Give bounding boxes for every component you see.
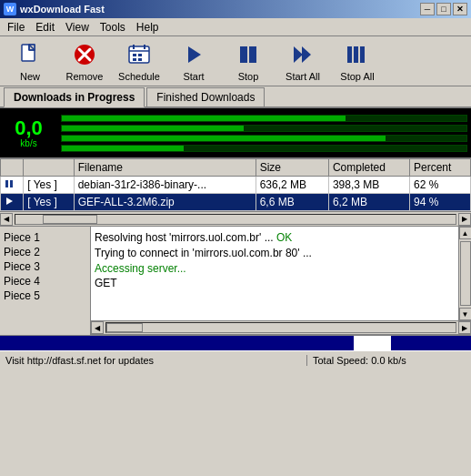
row-filename-2: GEF-ALL-3.2M6.zip [74, 194, 256, 211]
log-ok: OK [276, 231, 292, 244]
stop-all-label: Stop All [340, 71, 374, 82]
col-header-percent[interactable]: Percent [410, 159, 471, 177]
schedule-label: Schedule [118, 71, 160, 82]
vscroll-up-arrow[interactable]: ▲ [459, 227, 472, 239]
row-play-icon-2 [1, 194, 24, 211]
hscroll-left-arrow[interactable]: ◀ [0, 213, 13, 226]
progress-bar-1 [61, 115, 467, 122]
piece-item-3: Piece 3 [4, 259, 86, 274]
log-text-resolving: Resolving host 'mirrors.uol.com.br' ... [95, 231, 276, 244]
menu-file[interactable]: File [2, 19, 30, 35]
row-percent-2: 94 % [410, 194, 471, 211]
col-header-restart[interactable] [24, 159, 74, 177]
log-panel: Resolving host 'mirrors.uol.com.br' ... … [91, 227, 471, 320]
svg-rect-14 [133, 58, 136, 61]
row-completed-1: 398,3 MB [328, 177, 409, 194]
start-icon [179, 40, 208, 69]
svg-marker-26 [6, 197, 13, 205]
row-yes-2: [ Yes ] [24, 194, 74, 211]
svg-marker-19 [294, 46, 303, 63]
log-area: Resolving host 'mirrors.uol.com.br' ... … [91, 227, 471, 335]
new-label: New [20, 71, 40, 82]
vscroll-thumb[interactable] [460, 241, 471, 306]
tab-downloads-progress[interactable]: Downloads in Progress [4, 87, 145, 107]
new-button[interactable]: New [4, 38, 56, 84]
log-text-trying: Trying to connect in 'mirrors.uol.com.br… [95, 247, 312, 259]
table-row[interactable]: [ Yes ] GEF-ALL-3.2M6.zip 6,6 MB 6,2 MB … [1, 194, 471, 211]
piece-item-1: Piece 1 [4, 230, 86, 245]
table-header-row: Filename Size Completed Percent [1, 159, 471, 177]
schedule-button[interactable]: Schedule [113, 38, 165, 84]
log-line-1: Resolving host 'mirrors.uol.com.br' ... … [95, 230, 467, 246]
start-button[interactable]: Start [167, 38, 220, 84]
row-yes-1: [ Yes ] [24, 177, 74, 194]
schedule-icon [125, 40, 154, 69]
log-hscroll-left[interactable]: ◀ [91, 321, 104, 334]
row-completed-2: 6,2 MB [328, 194, 409, 211]
svg-rect-21 [347, 46, 352, 63]
status-left: Visit http://dfast.sf.net for updates [0, 355, 307, 366]
row-size-2: 6,6 MB [256, 194, 328, 211]
download-table-container: Filename Size Completed Percent [ Yes ] … [0, 158, 471, 212]
maximize-button[interactable]: □ [436, 3, 451, 15]
log-line-3: Accessing server... [95, 261, 467, 277]
svg-rect-12 [133, 54, 136, 56]
lower-panel: Piece 1 Piece 2 Piece 3 Piece 4 Piece 5 … [0, 227, 471, 336]
table-hscroll[interactable]: ◀ ▶ [0, 212, 471, 227]
menu-bar: File Edit View Tools Help [0, 18, 471, 36]
svg-rect-18 [249, 46, 256, 63]
vscroll-down-arrow[interactable]: ▼ [459, 308, 472, 320]
stop-button[interactable]: Stop [222, 38, 275, 84]
status-bar: Visit http://dfast.sf.net for updates To… [0, 350, 471, 369]
menu-edit[interactable]: Edit [30, 19, 60, 35]
window-title: wxDownload Fast [20, 4, 105, 15]
title-bar-left: W wxDownload Fast [4, 3, 105, 15]
status-right: Total Speed: 0.0 kb/s [307, 355, 471, 366]
tab-finished-downloads[interactable]: Finished Downloads [146, 87, 265, 106]
log-text-get: GET [95, 277, 117, 289]
remove-label: Remove [66, 71, 104, 82]
title-controls: ─ □ ✕ [420, 3, 467, 15]
progress-bar-4 [61, 145, 467, 152]
pieces-panel: Piece 1 Piece 2 Piece 3 Piece 4 Piece 5 [0, 227, 91, 335]
log-text-accessing: Accessing server... [95, 262, 186, 275]
minimize-button[interactable]: ─ [420, 3, 435, 15]
log-hscroll-right[interactable]: ▶ [458, 321, 471, 334]
menu-view[interactable]: View [60, 19, 95, 35]
speed-unit: kb/s [20, 138, 36, 148]
progress-bars [61, 115, 467, 152]
log-hscroll[interactable]: ◀ ▶ [91, 320, 471, 335]
progress-chunk [354, 336, 391, 350]
hscroll-right-arrow[interactable]: ▶ [458, 213, 471, 226]
hscroll-thumb[interactable] [43, 215, 97, 224]
col-header-filename[interactable]: Filename [74, 159, 256, 177]
download-table: Filename Size Completed Percent [ Yes ] … [0, 158, 471, 211]
speed-value: 0,0 [4, 118, 54, 138]
menu-help[interactable]: Help [131, 19, 165, 35]
start-all-label: Start All [286, 71, 320, 82]
svg-marker-16 [188, 46, 201, 63]
start-all-button[interactable]: Start All [276, 38, 329, 84]
title-bar: W wxDownload Fast ─ □ ✕ [0, 0, 471, 18]
remove-button[interactable]: Remove [58, 38, 111, 84]
log-vscroll[interactable]: ▲ ▼ [458, 227, 471, 320]
hscroll-track[interactable] [15, 214, 456, 225]
toolbar: New Remove Schedule [0, 36, 471, 86]
svg-rect-25 [10, 180, 13, 187]
row-filename-1: debian-31r2-i386-binary-... [74, 177, 256, 194]
stop-all-button[interactable]: Stop All [331, 38, 384, 84]
log-hscroll-track[interactable] [105, 322, 456, 333]
start-label: Start [183, 71, 204, 82]
col-header-size[interactable]: Size [256, 159, 328, 177]
table-row[interactable]: [ Yes ] debian-31r2-i386-binary-... 636,… [1, 177, 471, 194]
progress-bar-3 [61, 135, 467, 142]
col-header-completed[interactable]: Completed [328, 159, 409, 177]
menu-tools[interactable]: Tools [95, 19, 131, 35]
svg-rect-13 [138, 54, 142, 56]
stop-label: Stop [238, 71, 259, 82]
overall-progress-bar [0, 336, 471, 350]
piece-item-5: Piece 5 [4, 289, 86, 303]
close-button[interactable]: ✕ [453, 3, 467, 15]
svg-rect-22 [354, 46, 358, 63]
log-hscroll-thumb[interactable] [106, 323, 143, 332]
